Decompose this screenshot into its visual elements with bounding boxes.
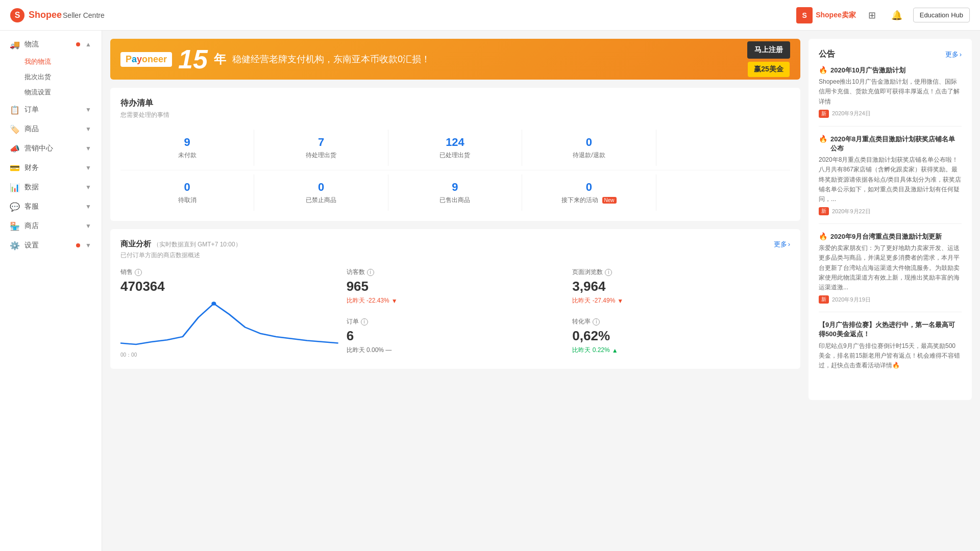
todo-item-banned: 0 已禁止商品 (254, 174, 388, 211)
sidebar-sub-my-logistics[interactable]: 我的物流 (0, 54, 102, 69)
visitors-change: 比昨天 -22.43% ▼ (347, 296, 565, 305)
banner-register-btn[interactable]: 马上注册 (747, 41, 790, 59)
ann-item-4-title[interactable]: 【9月广告排位赛】火热进行中，第一名最高可得500美金返点！ (819, 320, 962, 339)
finance-icon: 💳 (10, 163, 19, 172)
todo-item-upcoming: 0 接下来的活动 New (522, 174, 656, 211)
metric-conversion: 转化率 i 0,62% 比昨天 0.22% ▲ (572, 317, 790, 359)
announcements-card: 公告 更多 › 🔥 2020年10月广告激励计划 Shopee推出10月广告金激… (808, 39, 972, 400)
ann-item-4-content: 印尼站点9月广告排位赛倒计时15天，最高奖励500美金，排名前15新老用户皆有返… (819, 341, 962, 371)
orders-label: 订单 i (347, 317, 565, 326)
main-content: Payoneer 15 年 稳健经营老牌支付机构，东南亚本币收款0汇损！ 马上注… (102, 31, 980, 551)
analytics-grid: 销售 i 470364 00：00 (120, 268, 790, 359)
todo-num-pending-ship[interactable]: 7 (258, 136, 383, 149)
todo-label-banned: 已禁止商品 (258, 196, 383, 205)
logo-text: Shopee Seller Centre (29, 10, 105, 20)
sidebar-item-orders[interactable]: 📋 订单 ▼ (0, 100, 102, 119)
announcements-more-link[interactable]: 更多 › (945, 50, 962, 59)
ann-item-2-content: 2020年8月重点类目激励计划获奖店铺名单公布啦！八月共有867家店铺（含孵化跟… (819, 155, 962, 204)
visitors-change-arrow: ▼ (391, 297, 398, 305)
sidebar-item-label: 设置 (24, 241, 71, 250)
ann-item-4-header: 【9月广告排位赛】火热进行中，第一名最高可得500美金返点！ (819, 320, 962, 339)
sidebar-item-products[interactable]: 🏷️ 商品 ▼ (0, 119, 102, 139)
ann-item-1-title[interactable]: 2020年10月广告激励计划 (830, 66, 962, 75)
announcement-item-4: 【9月广告排位赛】火热进行中，第一名最高可得500美金返点！ 印尼站点9月广告排… (819, 320, 962, 382)
sidebar: 🚚 物流 ▲ 我的物流 批次出货 物流设置 📋 订单 ▼ 🏷️ 商品 ▼ 📣 营… (0, 31, 102, 551)
main-center: Payoneer 15 年 稳健经营老牌支付机构，东南亚本币收款0汇损！ 马上注… (110, 39, 800, 543)
todo-num-processed-ship[interactable]: 124 (393, 136, 518, 149)
logo-shopee: Shopee (29, 10, 62, 20)
todo-item-cancel: 0 待取消 (120, 174, 254, 211)
todo-num-refund[interactable]: 0 (526, 136, 651, 149)
todo-num-sold[interactable]: 9 (393, 181, 518, 194)
visitors-info-icon[interactable]: i (367, 269, 374, 276)
logistics-arrow: ▲ (85, 41, 91, 48)
announcement-item-3: 🔥 2020年9月台湾重点类目激励计划更新 亲爱的卖家朋友们：为了更好地助力卖家… (819, 232, 962, 312)
conversion-change-arrow: ▲ (612, 347, 618, 354)
sidebar-item-shop[interactable]: 🏪 商店 ▼ (0, 216, 102, 236)
todo-label-sold: 已售出商品 (393, 196, 518, 205)
pageviews-label: 页面浏览数 i (572, 268, 790, 277)
orders-info-icon[interactable]: i (361, 318, 368, 325)
sidebar-item-logistics[interactable]: 🚚 物流 ▲ (0, 35, 102, 54)
sidebar-item-label: 财务 (24, 163, 80, 172)
sidebar-sub-logistics-settings[interactable]: 物流设置 (0, 85, 102, 100)
todo-grid: 9 未付款 7 待处理出货 124 已处理出货 0 待退款/退款 (120, 130, 790, 166)
pageviews-info-icon[interactable]: i (605, 269, 612, 276)
orders-value: 6 (347, 328, 565, 344)
todo-num-cancel[interactable]: 0 (125, 181, 250, 194)
products-arrow: ▼ (85, 126, 91, 133)
sidebar-item-label: 物流 (24, 40, 71, 49)
sidebar-item-data[interactable]: 📊 数据 ▼ (0, 178, 102, 197)
sidebar-item-label: 数据 (24, 183, 80, 192)
bell-icon[interactable]: 🔔 (889, 7, 905, 23)
shopee-buy-icon: S (796, 7, 813, 23)
ann-new-badge-1: 新 (819, 110, 829, 118)
data-icon: 📊 (10, 183, 19, 192)
ann-item-1-content: Shopee推出10月广告金激励计划，使用微信、国际信用卡充值、货款充值即可获得… (819, 77, 962, 107)
banner-right: 马上注册 赢25美金 (747, 41, 790, 77)
sales-chart (120, 298, 338, 349)
metric-orders: 订单 i 6 比昨天 0.00% — (347, 317, 565, 359)
ann-item-3-title[interactable]: 2020年9月台湾重点类目激励计划更新 (830, 232, 962, 241)
announcements-header: 公告 更多 › (819, 49, 962, 60)
grid-icon[interactable]: ⊞ (864, 7, 880, 23)
ann-fire-3: 🔥 (819, 232, 827, 240)
settings-icon: ⚙️ (10, 241, 19, 250)
finance-arrow: ▼ (85, 164, 91, 171)
analytics-subtitle: 已付订单方面的商店数据概述 (120, 251, 790, 260)
orders-arrow: ▼ (85, 106, 91, 113)
settings-dot (76, 243, 80, 247)
sidebar-item-settings[interactable]: ⚙️ 设置 ▼ (0, 236, 102, 255)
customer-service-icon: 💬 (10, 202, 19, 211)
education-hub-button[interactable]: Education Hub (913, 8, 970, 22)
ann-date-3: 2020年9月19日 (832, 296, 871, 304)
todo-num-unpaid[interactable]: 9 (125, 136, 250, 149)
metrics-right: 访客数 i 965 比昨天 -22.43% ▼ 页面浏览数 (347, 268, 790, 359)
todo-grid-2: 0 待取消 0 已禁止商品 9 已售出商品 0 接下来的活动 New (120, 174, 790, 211)
sidebar-item-customer-service[interactable]: 💬 客服 ▼ (0, 197, 102, 216)
todo-item-pending-ship: 7 待处理出货 (254, 130, 388, 166)
ann-item-1-meta: 新 2020年9月24日 (819, 110, 962, 118)
todo-item-sold: 9 已售出商品 (388, 174, 522, 211)
sidebar-sub-batch-ship[interactable]: 批次出货 (0, 69, 102, 85)
todo-item-empty2 (656, 174, 790, 211)
analytics-title: 商业分析 (120, 239, 151, 248)
ann-new-badge-2: 新 (819, 207, 829, 215)
ann-date-2: 2020年9月22日 (832, 208, 871, 215)
analytics-more-link[interactable]: 更多 › (774, 240, 790, 249)
sidebar-item-marketing[interactable]: 📣 营销中心 ▼ (0, 139, 102, 158)
todo-item-refund: 0 待退款/退款 (522, 130, 656, 166)
banner[interactable]: Payoneer 15 年 稳健经营老牌支付机构，东南亚本币收款0汇损！ 马上注… (110, 39, 800, 80)
sidebar-item-finance[interactable]: 💳 财务 ▼ (0, 158, 102, 178)
header: S Shopee Seller Centre S Shopee卖家 ⊞ 🔔 Ed… (0, 0, 980, 31)
todo-num-upcoming[interactable]: 0 (526, 181, 651, 194)
ann-item-2-title[interactable]: 2020年8月重点类目激励计划获奖店铺名单公布 (830, 135, 962, 153)
ann-item-2-header: 🔥 2020年8月重点类目激励计划获奖店铺名单公布 (819, 135, 962, 153)
logo-icon: S (10, 8, 24, 22)
marketing-arrow: ▼ (85, 145, 91, 152)
todo-label-unpaid: 未付款 (125, 151, 250, 160)
todo-num-banned[interactable]: 0 (258, 181, 383, 194)
conversion-info-icon[interactable]: i (593, 318, 600, 325)
sales-info-icon[interactable]: i (135, 269, 142, 276)
conversion-change: 比昨天 0.22% ▲ (572, 346, 790, 355)
